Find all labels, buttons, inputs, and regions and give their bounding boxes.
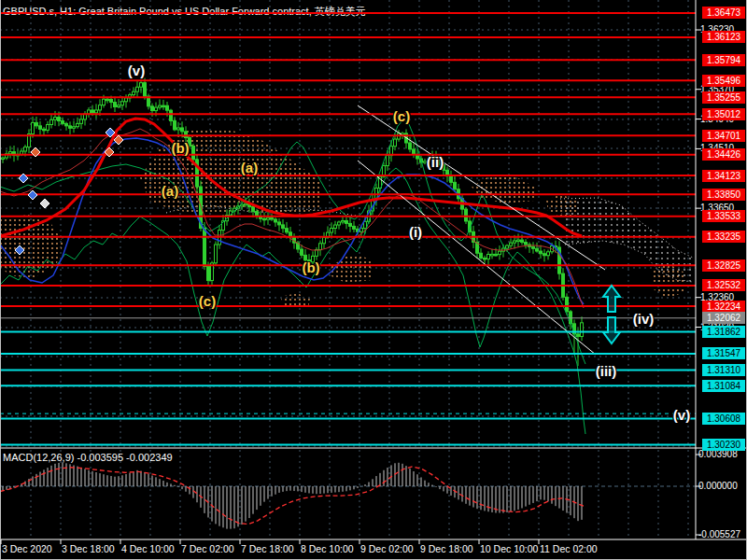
candle-body — [166, 105, 169, 110]
candle-body — [547, 252, 550, 256]
candle-body — [177, 128, 180, 130]
candle-body — [491, 254, 494, 256]
price-chart-canvas[interactable] — [0, 0, 747, 560]
candle-body — [9, 152, 12, 154]
candle-body — [345, 220, 348, 223]
candle-body — [80, 119, 83, 123]
indicator-cloud — [140, 128, 322, 215]
candle-body — [140, 83, 143, 88]
candle-body — [114, 103, 117, 107]
candle-body — [110, 99, 113, 102]
candle-body — [185, 132, 188, 138]
sell-marker-icon — [114, 135, 123, 145]
candle-body — [275, 219, 277, 222]
candle-body — [189, 138, 191, 147]
candle-body — [499, 251, 501, 254]
candle-body — [428, 159, 430, 161]
candle-body — [334, 225, 337, 228]
candle-body — [506, 245, 509, 248]
candle-body — [73, 127, 76, 129]
candle-body — [181, 128, 184, 132]
candle-body — [487, 255, 490, 259]
candle-body — [159, 105, 162, 107]
candle-body — [450, 176, 453, 183]
candle-body — [69, 126, 72, 128]
candle-body — [77, 123, 79, 126]
indicator-cloud — [472, 175, 534, 203]
candle-body — [155, 107, 158, 110]
candle-body — [39, 126, 42, 129]
candle-body — [514, 241, 516, 243]
thin-red-ma-line — [0, 129, 584, 308]
candle-body — [319, 244, 322, 250]
candle-body — [409, 143, 412, 149]
candle-body — [342, 220, 345, 222]
candle-body — [349, 223, 352, 226]
candle-body — [521, 240, 524, 242]
candle-body — [54, 118, 57, 120]
candle-body — [151, 106, 154, 111]
candle-body — [125, 98, 128, 102]
candle-body — [252, 207, 255, 212]
candle-body — [35, 122, 38, 125]
candle-body — [495, 254, 498, 256]
buy-marker-icon — [28, 190, 37, 200]
indicator-cloud — [331, 254, 374, 283]
candle-body — [136, 87, 139, 91]
candle-body — [465, 209, 468, 221]
candle-body — [103, 99, 106, 105]
candle-body — [424, 161, 427, 163]
candle-body — [282, 225, 285, 229]
candle-body — [312, 256, 315, 261]
candle-body — [331, 228, 333, 232]
candle-body — [32, 122, 35, 133]
candle-body — [24, 147, 27, 151]
candle-body — [387, 156, 389, 166]
flat-marker-icon — [40, 199, 49, 208]
candle-body — [353, 226, 356, 229]
candle-body — [454, 182, 457, 189]
projection-band — [560, 198, 693, 282]
chart-window: GBPUSD.s, H1: Great Britain Pound vs US … — [0, 0, 747, 560]
candle-body — [525, 243, 528, 245]
candle-body — [480, 253, 483, 258]
candle-body — [532, 246, 535, 248]
candle-body — [2, 158, 5, 160]
candle-body — [323, 237, 326, 243]
candle-body — [144, 83, 147, 96]
candle-body — [484, 258, 486, 259]
candle-body — [536, 248, 539, 251]
candle-body — [431, 157, 434, 159]
candle-body — [170, 110, 173, 120]
candle-body — [263, 218, 266, 220]
candle-body — [204, 228, 206, 266]
candle-body — [286, 229, 289, 232]
candle-body — [267, 217, 270, 219]
candle-body — [304, 255, 307, 259]
candle-body — [517, 240, 520, 242]
candle-body — [192, 146, 195, 159]
down-arrow-icon[interactable] — [603, 317, 620, 343]
candle-body — [540, 251, 543, 254]
candle-body — [65, 123, 68, 125]
candle-body — [62, 121, 64, 124]
candle-body — [581, 323, 584, 337]
candle-body — [133, 91, 135, 94]
candle-body — [215, 245, 218, 263]
candle-body — [95, 110, 98, 113]
candle-body — [92, 110, 94, 113]
candle-body — [301, 249, 303, 255]
candle-body — [106, 99, 109, 101]
indicator-cloud — [0, 215, 63, 278]
candle-body — [58, 118, 61, 121]
candle-body — [245, 203, 247, 205]
candle-body — [443, 164, 445, 170]
candle-body — [394, 139, 397, 147]
candle-body — [510, 243, 513, 245]
candle-body — [256, 212, 259, 217]
up-arrow-icon[interactable] — [603, 286, 620, 312]
candle-body — [99, 105, 102, 110]
candle-body — [207, 266, 210, 280]
candle-body — [577, 334, 580, 337]
candle-body — [121, 102, 124, 105]
